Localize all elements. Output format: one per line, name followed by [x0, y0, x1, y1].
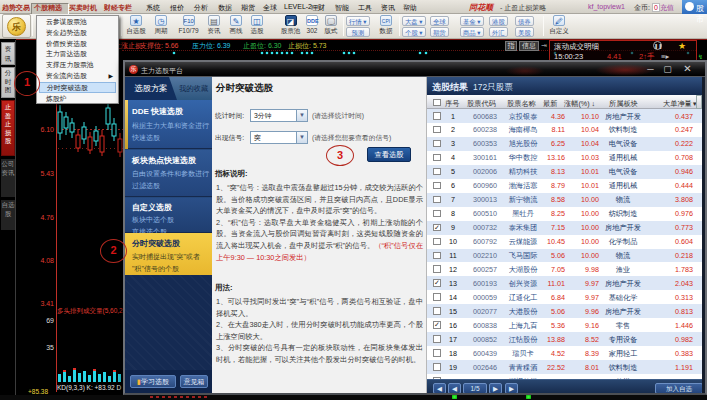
- svg-text:3.41: 3.41: [40, 300, 54, 307]
- svg-text:6.10: 6.10: [40, 126, 54, 133]
- svg-text:4.08: 4.08: [40, 257, 54, 264]
- svg-text:多头排列成交量(5,60,2.0: 多头排列成交量(5,60,2.0: [57, 307, 124, 315]
- svg-text:KD(9,3,3) K: +83.92 D: KD(9,3,3) K: +83.92 D: [57, 384, 121, 392]
- svg-text:35: 35: [46, 344, 54, 351]
- svg-text:69: 69: [46, 317, 54, 324]
- svg-text:5.43: 5.43: [40, 170, 54, 177]
- svg-text:+85.38: +85.38: [28, 388, 48, 395]
- svg-text:4.76: 4.76: [40, 214, 54, 221]
